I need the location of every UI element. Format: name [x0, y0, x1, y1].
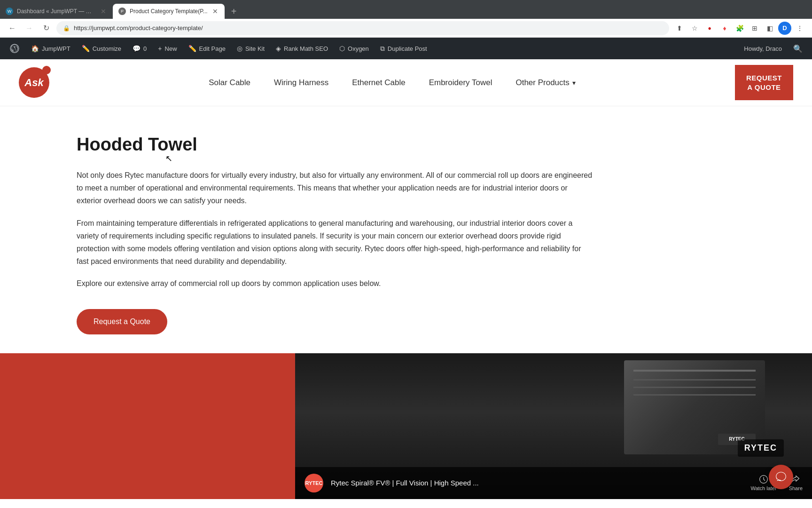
admin-bar-customize-label: Customize [93, 45, 121, 52]
new-tab-button[interactable]: + [226, 4, 242, 19]
nav-embroidery-towel-label: Embroidery Towel [429, 78, 492, 87]
channel-icon-text: RYTEC [305, 480, 323, 486]
oxygen-icon: ⬡ [339, 45, 345, 52]
site-logo[interactable]: Ask [19, 67, 49, 98]
admin-bar-edit-page[interactable]: ✏️ Edit Page [183, 38, 231, 59]
nav-solar-cable-label: Solar Cable [209, 78, 250, 87]
tab-1-close[interactable]: ✕ [100, 8, 107, 15]
rank-math-icon: ◈ [276, 45, 281, 52]
admin-bar-comments[interactable]: 💬 0 [127, 38, 152, 59]
extension-icon-2[interactable]: ♦ [718, 22, 731, 35]
nav-other-products-label: Other Products [515, 78, 569, 87]
nav-wiring-harness-label: Wiring Harness [274, 78, 328, 87]
request-quote-cta-button[interactable]: Request a Quote [77, 309, 167, 334]
tab-1-title: Dashboard « JumpWPT — Wor... [17, 8, 96, 15]
nav-solar-cable[interactable]: Solar Cable [209, 78, 250, 87]
video-preview[interactable]: RYTEC RYTEC RYTEC Rytec Spiral® FV® | Fu… [295, 353, 812, 499]
admin-bar-new[interactable]: + New [152, 38, 182, 59]
reload-button[interactable]: ↻ [39, 22, 53, 35]
admin-bar-jumpwpt[interactable]: 🏠 JumpWPT [25, 38, 76, 59]
nav-other-products[interactable]: Other Products ▾ [515, 78, 575, 87]
admin-bar-oxygen[interactable]: ⬡ Oxygen [334, 38, 375, 59]
address-bar: ← → ↻ 🔒 https://jumpwpt.com/product-cate… [0, 19, 812, 38]
howdy-text: Howdy, Draco [738, 45, 788, 52]
admin-bar-edit-page-label: Edit Page [199, 45, 226, 52]
watch-later-icon [759, 475, 768, 484]
tab-1[interactable]: W Dashboard « JumpWPT — Wor... ✕ [0, 4, 113, 19]
new-icon: + [158, 45, 162, 52]
chat-icon [775, 471, 787, 483]
admin-bar-rank-math-label: Rank Math SEO [284, 45, 328, 52]
admin-bar-site-kit-label: Site Kit [245, 45, 265, 52]
tab-1-favicon: W [6, 8, 13, 15]
nav-ethernet-cable-label: Ethernet Cable [352, 78, 405, 87]
other-products-dropdown-icon: ▾ [572, 79, 576, 87]
main-content: ↖ Hooded Towel Not only does Rytec manuf… [0, 106, 658, 353]
profile-button[interactable]: D [778, 22, 791, 35]
admin-bar-duplicate-post-label: Duplicate Post [388, 45, 427, 52]
site-kit-icon: ◎ [237, 45, 242, 52]
menu-icon[interactable]: ⋮ [793, 22, 806, 35]
site-nav: Solar Cable Wiring Harness Ethernet Cabl… [209, 78, 576, 87]
url-text: https://jumpwpt.com/product-category-tem… [74, 24, 663, 32]
admin-bar-customize[interactable]: ✏️ Customize [76, 38, 127, 59]
video-channel-icon: RYTEC [304, 474, 323, 492]
extension-icon-3[interactable]: 🧩 [733, 22, 746, 35]
tab-2-favicon: P [118, 8, 126, 15]
admin-bar-oxygen-label: Oxygen [348, 45, 369, 52]
video-title-text: Rytec Spiral® FV® | Full Vision | High S… [331, 479, 743, 487]
extension-icon-1[interactable]: ● [703, 22, 716, 35]
request-quote-line1: REQUEST [746, 73, 782, 83]
admin-bar-comments-count: 0 [143, 45, 147, 52]
share-label: Share [789, 485, 803, 491]
chat-button[interactable] [769, 465, 793, 489]
security-lock-icon: 🔒 [63, 25, 70, 32]
tab-bar: W Dashboard « JumpWPT — Wor... ✕ P Produ… [0, 0, 812, 19]
wp-logo-button[interactable] [4, 38, 25, 59]
cursor: ↖ [165, 153, 172, 164]
duplicate-post-icon: ⧉ [380, 45, 385, 53]
url-bar[interactable]: 🔒 https://jumpwpt.com/product-category-t… [56, 21, 669, 35]
nav-embroidery-towel[interactable]: Embroidery Towel [429, 78, 492, 87]
logo-text: Ask [24, 77, 43, 89]
content-paragraph-2: From maintaining temperature differentia… [77, 217, 593, 268]
tab-2-title: Product Category Template(P... [130, 8, 208, 15]
nav-wiring-harness[interactable]: Wiring Harness [274, 78, 328, 87]
page-title: Hooded Towel [77, 135, 620, 155]
admin-search-icon[interactable]: 🔍 [788, 44, 808, 53]
admin-bar-jumpwpt-label: JumpWPT [42, 45, 70, 52]
content-paragraph-3: Explore our extensive array of commercia… [77, 277, 593, 290]
browser-chrome: W Dashboard « JumpWPT — Wor... ✕ P Produ… [0, 0, 812, 38]
wp-logo-icon [10, 44, 19, 53]
extension-icon-5[interactable]: ◧ [763, 22, 776, 35]
content-paragraph-1: Not only does Rytec manufacture doors fo… [77, 169, 593, 207]
admin-bar-right: Howdy, Draco 🔍 [738, 44, 808, 53]
request-quote-button[interactable]: REQUEST A QUOTE [735, 65, 793, 100]
nav-ethernet-cable[interactable]: Ethernet Cable [352, 78, 405, 87]
bookmark-icon[interactable]: ☆ [688, 22, 701, 35]
comments-icon: 💬 [133, 45, 141, 52]
customize-icon: ✏️ [82, 45, 90, 52]
site-header: Ask Solar Cable Wiring Harness Ethernet … [0, 59, 812, 106]
back-button[interactable]: ← [6, 22, 19, 35]
admin-bar-site-kit[interactable]: ◎ Site Kit [231, 38, 270, 59]
share-page-icon[interactable]: ⬆ [673, 22, 686, 35]
video-section: RYTEC RYTEC RYTEC Rytec Spiral® FV® | Fu… [0, 353, 812, 499]
extension-icon-4[interactable]: ⊞ [748, 22, 761, 35]
edit-page-icon: ✏️ [188, 45, 196, 52]
request-quote-line2: A QUOTE [746, 83, 782, 92]
home-icon: 🏠 [31, 45, 39, 52]
tab-2[interactable]: P Product Category Template(P... ✕ [113, 4, 225, 19]
tab-2-close[interactable]: ✕ [211, 8, 219, 15]
video-overlay: RYTEC Rytec Spiral® FV® | Full Vision | … [295, 467, 812, 499]
ask-logo: Ask [19, 67, 49, 98]
forward-button[interactable]: → [23, 22, 36, 35]
admin-bar-new-label: New [165, 45, 177, 52]
browser-actions: ⬆ ☆ ● ♦ 🧩 ⊞ ◧ D ⋮ [673, 22, 806, 35]
wp-admin-bar: 🏠 JumpWPT ✏️ Customize 💬 0 + New ✏️ Edit… [0, 38, 812, 59]
admin-bar-duplicate-post[interactable]: ⧉ Duplicate Post [375, 38, 433, 59]
admin-bar-rank-math[interactable]: ◈ Rank Math SEO [270, 38, 334, 59]
